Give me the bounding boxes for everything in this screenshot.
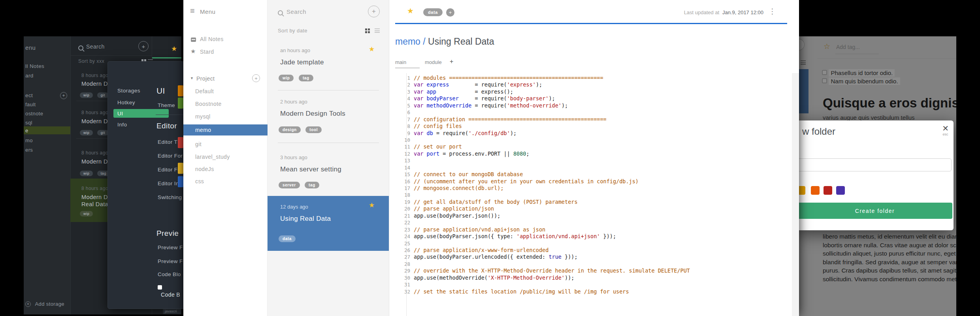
sidebar-folder-mysql[interactable]: mysql (195, 113, 211, 120)
star-icon[interactable]: ★ (407, 6, 414, 15)
tag-pill[interactable]: wip (80, 130, 93, 135)
add-folder-button[interactable]: + (252, 74, 260, 82)
tag-pill[interactable]: server (279, 182, 300, 188)
note-breadcrumb-title[interactable]: memo / Using Real Data (395, 36, 494, 47)
add-tag-button[interactable]: + (446, 8, 454, 17)
sidebar-item-all-notes[interactable]: All Notes (200, 36, 224, 42)
list-view-icon[interactable] (375, 28, 380, 34)
color-swatch[interactable] (178, 98, 183, 109)
tag-pill[interactable]: wip (80, 92, 93, 98)
note-title[interactable]: Modern Design Tools (280, 110, 345, 118)
tag-pill[interactable]: data (279, 235, 296, 242)
todo-label: Nam quis bibendum odio. (829, 77, 900, 85)
modal-close[interactable]: ✕ esc (942, 124, 949, 136)
menu-label[interactable]: Menu (200, 8, 215, 15)
dark-folder-item-selected[interactable]: e (24, 126, 70, 134)
checkbox-icon[interactable] (822, 70, 827, 75)
sidebar-folder-boostnote[interactable]: Boostnote (195, 101, 222, 107)
caret-down-icon[interactable]: ▼ (190, 76, 194, 80)
tag-pill[interactable]: git (97, 92, 109, 98)
add-tag-input[interactable]: Add tag... (836, 44, 860, 50)
settings-nav-info[interactable]: Info (117, 122, 127, 128)
dark-folder-item[interactable]: ers (25, 147, 33, 153)
selected-note-edge[interactable] (799, 69, 808, 113)
sidebar-item-starred[interactable]: Stard (200, 49, 214, 55)
line-number: 6 (389, 109, 414, 116)
code-editor[interactable]: 1// modules ============================… (389, 75, 792, 295)
settings-nav-ui-selected[interactable]: UI (113, 109, 169, 118)
dark-sidebar-project-label[interactable]: ect (25, 92, 33, 98)
dark-new-note-button[interactable]: + (138, 41, 149, 51)
tab-main[interactable]: main (395, 59, 406, 65)
dark-sidebar-item-starred[interactable]: ard (25, 73, 34, 79)
editor-pane: ★ data + Last updated at Jan.9, 2017 12:… (389, 0, 799, 316)
dark-sidebar-item-all-notes[interactable]: ll Notes (25, 63, 44, 69)
sort-by-label[interactable]: Sort by date (278, 28, 307, 34)
star-icon[interactable]: ★ (369, 45, 375, 53)
tag-pill[interactable]: tag (299, 75, 313, 81)
list-view-icon[interactable] (801, 60, 806, 66)
kebab-menu-icon[interactable]: ⋮ (769, 7, 776, 16)
dark-folder-item[interactable]: mo (25, 137, 33, 143)
settings-nav-storages[interactable]: Storages (117, 88, 140, 94)
todo-label: Phasellus id tortor odio. (829, 69, 895, 77)
dark-folder-item[interactable]: sql (25, 120, 32, 126)
settings-nav-hotkey[interactable]: Hotkey (117, 100, 135, 105)
tag-pill[interactable]: design (279, 126, 301, 133)
tag-pill[interactable]: wip (80, 211, 93, 216)
star-icon[interactable]: ★ (369, 201, 375, 209)
folder-color-swatch[interactable] (811, 186, 820, 195)
color-swatch[interactable] (178, 137, 183, 148)
dark-sort-label[interactable]: Sort by xxx (78, 58, 104, 64)
dark-search-input[interactable]: Search (86, 43, 105, 50)
todo-row[interactable]: Nam quis bibendum odio. (822, 78, 900, 85)
preview-heading: Quisque a eros dignissim (823, 96, 956, 111)
note-title[interactable]: Mean server setting (280, 166, 341, 173)
tag-pill[interactable]: tag (305, 182, 319, 188)
tag-pill[interactable]: tool (305, 126, 322, 133)
sidebar-folder-default[interactable]: Default (195, 88, 214, 94)
color-swatch[interactable] (178, 163, 183, 174)
sidebar-folder-laravel-study[interactable]: laravel_study (195, 154, 230, 160)
sidebar-folder-git[interactable]: git (195, 141, 202, 147)
new-note-button[interactable]: + (368, 6, 380, 17)
code-line: app.use(methodOverride('X-HTTP-Method-Ov… (414, 275, 574, 281)
new-note-button-partial[interactable] (799, 39, 805, 51)
note-title[interactable]: Jade template (280, 58, 324, 66)
todo-row[interactable]: Phasellus id tortor odio. (822, 70, 895, 77)
selected-note[interactable]: 12 days ago ★ Using Real Data data (268, 196, 389, 251)
checkbox-icon[interactable] (822, 78, 827, 83)
editor-scrollbar[interactable] (792, 73, 799, 316)
add-tab-button[interactable]: + (450, 58, 453, 65)
star-icon[interactable]: ★ (171, 45, 177, 53)
checkbox-icon[interactable] (158, 285, 162, 290)
sidebar-folder-memo-selected[interactable]: memo (183, 124, 268, 135)
dark-menu-label[interactable]: enu (25, 44, 36, 51)
sidebar-folder-css[interactable]: css (195, 178, 204, 184)
folder-color-swatch[interactable] (836, 186, 845, 195)
folder-color-swatch[interactable] (824, 186, 832, 195)
color-swatch[interactable] (178, 85, 183, 96)
note-tag-pill[interactable]: data (423, 8, 443, 16)
tag-pill[interactable]: wip (279, 75, 294, 81)
dark-add-storage[interactable]: + Add storage (25, 300, 64, 307)
dark-folder-item[interactable]: fault (25, 102, 36, 107)
close-icon[interactable]: ✕ (942, 124, 949, 133)
tab-module[interactable]: module (425, 59, 442, 65)
tag-pill[interactable]: wip (80, 171, 93, 176)
line-number: 19 (389, 199, 414, 205)
dark-add-folder-button[interactable]: + (60, 92, 67, 99)
search-icon (78, 45, 83, 51)
line-number: 8 (389, 123, 414, 130)
create-folder-button[interactable]: Create folder (797, 203, 952, 219)
search-input[interactable]: Search (286, 8, 306, 15)
sidebar-folder-nodejs[interactable]: nodeJs (195, 166, 214, 172)
color-swatch[interactable] (178, 176, 183, 187)
hamburger-menu-icon[interactable]: ≡ (190, 6, 195, 15)
tag-pill[interactable]: git (97, 130, 109, 135)
grid-view-icon[interactable] (365, 28, 370, 33)
folder-name-input[interactable] (797, 158, 952, 171)
star-outline-icon[interactable]: ☆ (824, 42, 830, 51)
dark-folder-item[interactable]: ostnote (25, 111, 43, 117)
sidebar-project-label[interactable]: Project (196, 75, 215, 82)
